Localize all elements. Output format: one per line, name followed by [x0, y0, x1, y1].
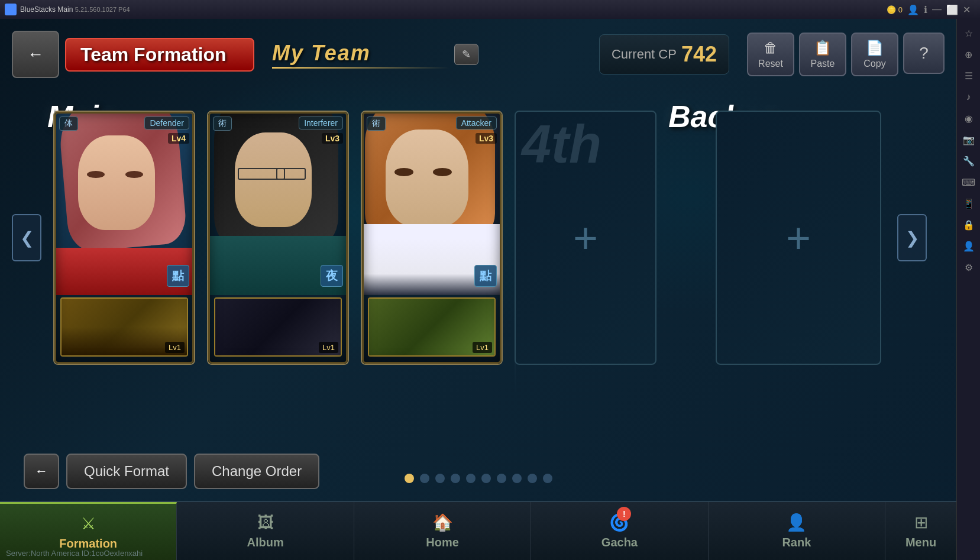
sidebar-icon-12[interactable]: ⚙	[959, 258, 978, 277]
sidebar-icon-9[interactable]: 📱	[959, 194, 978, 213]
card-2-level: Lv3	[322, 133, 343, 144]
card-1-level: Lv4	[168, 133, 189, 144]
team-name: My Team	[272, 41, 449, 66]
card-3-frame	[362, 112, 502, 364]
pagination	[405, 474, 552, 483]
card-1-element: 体	[59, 116, 78, 131]
card-3-type: Attacker	[456, 116, 497, 130]
copy-label: Copy	[863, 59, 885, 69]
cp-section: Current CP 742	[599, 34, 729, 75]
sidebar-icon-4[interactable]: ♪	[959, 88, 978, 106]
bluestacks-sidebar: ☆ ⊕ ☰ ♪ ◉ 📷 🔧 ⌨ 📱 🔒 👤 ⚙	[956, 19, 980, 560]
pagination-dot-3[interactable]	[435, 474, 445, 483]
help-button[interactable]: ?	[903, 33, 945, 74]
server-info: Server:North America ID:1coOexIenxahi	[0, 546, 148, 560]
rank-label: Rank	[782, 536, 811, 549]
app-title: BlueStacks Main 5.21.560.1027 P64	[20, 5, 887, 14]
paste-button[interactable]: 📋 Paste	[799, 33, 846, 76]
card-slot-4[interactable]: 4th +	[515, 111, 656, 365]
card-2-type: Interferer	[299, 116, 343, 130]
card-slot-1[interactable]: 1st 体 Defender Lv4 點	[53, 111, 195, 365]
menu-label: Menu	[905, 536, 936, 549]
team-name-section: My Team ✎	[260, 41, 593, 69]
tab-album[interactable]: 🖼 Album	[177, 502, 354, 560]
sidebar-icon-5[interactable]: ◉	[959, 109, 978, 128]
tab-rank[interactable]: 👤 Rank	[709, 502, 885, 560]
pagination-dot-7[interactable]	[497, 474, 506, 483]
paste-icon: 📋	[814, 40, 832, 56]
card-slot-backup-1[interactable]: +	[716, 111, 881, 365]
change-order-button[interactable]: Change Order	[194, 454, 319, 489]
card-slot-3[interactable]: 3rd 術 Attacker Lv3 點 Lv1	[361, 111, 503, 365]
home-icon: 🏠	[432, 513, 453, 532]
pagination-dot-9[interactable]	[528, 474, 537, 483]
card-3-skill-level: Lv1	[473, 342, 492, 353]
card-2-frame	[208, 112, 348, 364]
header: ← Team Formation My Team ✎ Current CP 74…	[0, 19, 956, 90]
card-1-type: Defender	[144, 116, 189, 130]
nav-left-button[interactable]: ❮	[12, 214, 41, 261]
rank-icon: 👤	[786, 513, 807, 532]
nav-right-button[interactable]: ❯	[897, 214, 927, 261]
gacha-label: Gacha	[601, 536, 638, 549]
card-2-element: 術	[213, 116, 232, 131]
reset-label: Reset	[758, 59, 783, 69]
cards-container: 1st 体 Defender Lv4 點	[53, 111, 915, 380]
cp-label: Current CP	[612, 47, 677, 62]
copy-button[interactable]: 📄 Copy	[851, 33, 898, 76]
menu-icon: ⊞	[914, 513, 928, 532]
sidebar-icon-10[interactable]: 🔒	[959, 215, 978, 234]
album-label: Album	[247, 536, 284, 549]
tab-menu[interactable]: ⊞ Menu	[885, 502, 956, 560]
sidebar-icon-1[interactable]: ☆	[959, 24, 978, 43]
game-area: ← Team Formation My Team ✎ Current CP 74…	[0, 19, 956, 560]
add-card-4-icon: +	[573, 213, 598, 262]
card-3-element: 術	[367, 116, 386, 131]
header-actions: 🗑 Reset 📋 Paste 📄 Copy ?	[747, 33, 945, 76]
section-gap	[668, 111, 704, 380]
pagination-dot-5[interactable]	[466, 474, 476, 483]
reset-icon: 🗑	[764, 40, 778, 56]
card-3-kanji: 點	[474, 265, 497, 287]
title-bar: BlueStacks Main 5.21.560.1027 P64 🪙 0 👤 …	[0, 0, 980, 19]
card-slot-2[interactable]: 2nd 術 Interferer Lv3 夜 Lv1	[207, 111, 349, 365]
tab-gacha[interactable]: ! 🌀 Gacha	[531, 502, 708, 560]
home-label: Home	[426, 536, 459, 549]
sidebar-icon-3[interactable]: ☰	[959, 66, 978, 85]
reset-button[interactable]: 🗑 Reset	[747, 33, 794, 76]
pagination-dot-2[interactable]	[420, 474, 429, 483]
card-1-skill-level: Lv1	[165, 342, 185, 353]
quick-format-button[interactable]: Quick Format	[66, 454, 187, 489]
app-icon	[5, 4, 17, 15]
team-name-underline	[272, 67, 449, 69]
cp-value: 742	[681, 42, 717, 67]
edit-team-name-button[interactable]: ✎	[454, 44, 478, 65]
card-1-kanji: 點	[167, 265, 189, 287]
card-1-frame	[54, 112, 194, 364]
pagination-dot-6[interactable]	[481, 474, 491, 483]
tab-home[interactable]: 🏠 Home	[354, 502, 531, 560]
bottom-actions: ← Quick Format Change Order	[24, 454, 319, 489]
card-2-kanji: 夜	[321, 265, 343, 287]
page-title: Team Formation	[65, 38, 254, 72]
album-icon: 🖼	[257, 513, 274, 532]
sidebar-icon-6[interactable]: 📷	[959, 130, 978, 149]
pagination-dot-4[interactable]	[451, 474, 460, 483]
sidebar-icon-11[interactable]: 👤	[959, 237, 978, 255]
pagination-dot-10[interactable]	[543, 474, 552, 483]
card-2-skill-level: Lv1	[319, 342, 338, 353]
back-button[interactable]: ←	[12, 31, 59, 78]
pagination-dot-1[interactable]	[405, 474, 414, 483]
sidebar-icon-8[interactable]: ⌨	[959, 173, 978, 192]
formation-icon: ⚔	[81, 514, 96, 533]
paste-label: Paste	[811, 59, 835, 69]
add-backup-1-icon: +	[786, 213, 811, 262]
pagination-dot-8[interactable]	[512, 474, 522, 483]
sidebar-icon-7[interactable]: 🔧	[959, 151, 978, 170]
copy-icon: 📄	[866, 40, 884, 56]
format-back-button[interactable]: ←	[24, 454, 59, 489]
sidebar-icon-2[interactable]: ⊕	[959, 45, 978, 64]
card-3-level: Lv3	[476, 133, 497, 144]
